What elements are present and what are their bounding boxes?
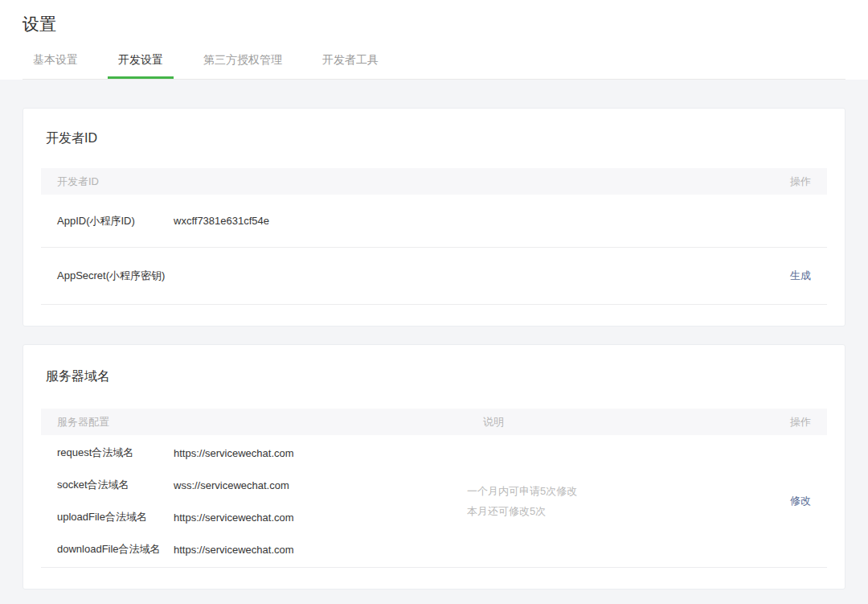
column-header-server-config: 服务器配置 <box>57 415 483 429</box>
appsecret-label: AppSecret(小程序密钥) <box>57 269 174 283</box>
uploadfile-domain-label: uploadFile合法域名 <box>57 510 174 524</box>
column-header-action: 操作 <box>790 415 811 429</box>
appid-value: wxcff7381e631cf54e <box>174 215 811 227</box>
tab-developer-tools[interactable]: 开发者工具 <box>312 54 389 79</box>
note-line-remaining: 本月还可修改5次 <box>467 501 790 521</box>
downloadfile-domain-value: https://servicewechat.com <box>174 544 451 556</box>
page-title: 设置 <box>23 12 845 35</box>
socket-domain-value: wss://servicewechat.com <box>174 479 451 491</box>
table-row-uploadfile-domain: uploadFile合法域名 https://servicewechat.com <box>41 501 467 533</box>
modification-quota-note: 一个月内可申请5次修改 本月还可修改5次 <box>467 481 790 521</box>
tab-development-settings[interactable]: 开发设置 <box>108 54 174 79</box>
developer-id-table-header: 开发者ID 操作 <box>41 168 827 195</box>
column-header-note: 说明 <box>483 415 790 429</box>
server-domain-table-body: request合法域名 https://servicewechat.com so… <box>41 435 827 568</box>
socket-domain-label: socket合法域名 <box>57 478 174 492</box>
server-domain-card: 服务器域名 服务器配置 说明 操作 request合法域名 https://se… <box>23 344 845 590</box>
appid-label: AppID(小程序ID) <box>57 214 174 228</box>
tab-basic-settings[interactable]: 基本设置 <box>23 54 88 79</box>
column-header-action: 操作 <box>790 175 811 189</box>
domain-rows: request合法域名 https://servicewechat.com so… <box>41 437 467 565</box>
modify-domains-link[interactable]: 修改 <box>790 494 827 508</box>
table-row-socket-domain: socket合法域名 wss://servicewechat.com <box>41 469 467 501</box>
server-domain-table-header: 服务器配置 说明 操作 <box>41 409 827 435</box>
request-domain-label: request合法域名 <box>57 446 174 460</box>
table-row-appsecret: AppSecret(小程序密钥) 生成 <box>41 247 827 305</box>
table-row-request-domain: request合法域名 https://servicewechat.com <box>41 437 467 469</box>
server-domain-card-title: 服务器域名 <box>41 345 827 385</box>
developer-id-card: 开发者ID 开发者ID 操作 AppID(小程序ID) wxcff7381e63… <box>23 108 845 327</box>
note-line-monthly-limit: 一个月内可申请5次修改 <box>467 481 790 501</box>
table-row-appid: AppID(小程序ID) wxcff7381e631cf54e <box>41 195 827 247</box>
settings-content: 开发者ID 开发者ID 操作 AppID(小程序ID) wxcff7381e63… <box>0 80 868 604</box>
downloadfile-domain-label: downloadFile合法域名 <box>57 542 174 557</box>
table-row-downloadfile-domain: downloadFile合法域名 https://servicewechat.c… <box>41 533 467 565</box>
developer-id-card-title: 开发者ID <box>41 109 827 147</box>
column-header-developer-id: 开发者ID <box>57 175 99 189</box>
request-domain-value: https://servicewechat.com <box>174 447 451 459</box>
tab-bar: 基本设置 开发设置 第三方授权管理 开发者工具 <box>23 54 845 80</box>
uploadfile-domain-value: https://servicewechat.com <box>174 512 451 524</box>
page-header: 设置 基本设置 开发设置 第三方授权管理 开发者工具 <box>0 0 868 80</box>
generate-appsecret-link[interactable]: 生成 <box>790 269 811 283</box>
tab-third-party-authorization[interactable]: 第三方授权管理 <box>193 54 293 79</box>
